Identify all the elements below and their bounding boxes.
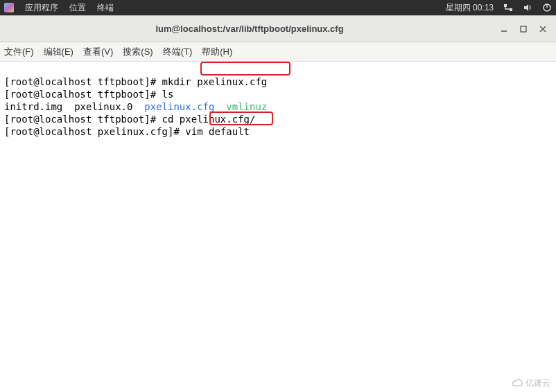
window-title: lum@localhost:/var/lib/tftpboot/pxelinux… <box>0 24 499 34</box>
menu-places[interactable]: 位置 <box>69 2 86 14</box>
menu-edit[interactable]: 编辑(E) <box>44 46 73 58</box>
desktop-top-panel: 应用程序 位置 终端 星期四 00:13 <box>0 0 556 15</box>
activities-icon[interactable] <box>4 3 14 12</box>
ls-output: initrd.img pxelinux.0 pxelinux.cfg vmlin… <box>4 101 267 112</box>
prompt-line-2: [root@localhost tftpboot]# ls <box>4 89 173 100</box>
menu-terminal[interactable]: 终端(T) <box>163 46 193 58</box>
menu-terminal-launcher[interactable]: 终端 <box>97 2 114 14</box>
volume-icon[interactable] <box>523 3 532 12</box>
highlight-box-default <box>209 112 273 125</box>
svg-rect-5 <box>521 26 526 32</box>
menu-applications[interactable]: 应用程序 <box>25 2 58 14</box>
clock[interactable]: 星期四 00:13 <box>446 2 494 14</box>
highlight-box-pxelinux-cfg <box>200 62 290 75</box>
prompt-line-4: [root@localhost pxelinux.cfg]# vim defau… <box>4 126 250 137</box>
menu-view[interactable]: 查看(V) <box>83 46 113 58</box>
network-icon[interactable] <box>503 3 513 12</box>
prompt-line-1: [root@localhost tftpboot]# mkdir pxelinu… <box>4 76 267 87</box>
terminal-menubar: 文件(F) 编辑(E) 查看(V) 搜索(S) 终端(T) 帮助(H) <box>0 42 556 62</box>
svg-rect-0 <box>504 4 507 7</box>
watermark: 亿速云 <box>510 377 550 389</box>
terminal-body[interactable]: [root@localhost tftpboot]# mkdir pxelinu… <box>0 62 556 392</box>
minimize-button[interactable] <box>499 24 509 34</box>
terminal-window: lum@localhost:/var/lib/tftpboot/pxelinux… <box>0 15 556 392</box>
menu-help[interactable]: 帮助(H) <box>202 46 232 58</box>
menu-search[interactable]: 搜索(S) <box>123 46 153 58</box>
maximize-button[interactable] <box>519 24 528 34</box>
close-button[interactable] <box>538 24 548 34</box>
power-icon[interactable] <box>542 3 552 12</box>
window-titlebar[interactable]: lum@localhost:/var/lib/tftpboot/pxelinux… <box>0 16 556 42</box>
menu-file[interactable]: 文件(F) <box>4 46 34 58</box>
